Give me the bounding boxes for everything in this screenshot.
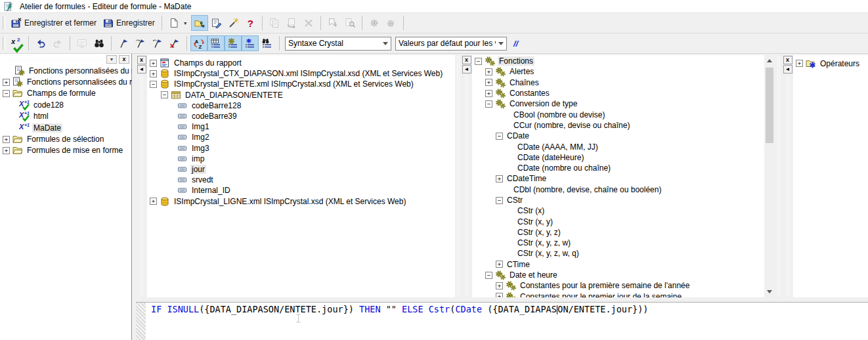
tree-item[interactable]: +Formules de mise en forme [0,145,131,156]
operator-tree-toggle-button[interactable] [242,35,259,51]
tree-item[interactable]: +Champs du rapport [147,58,455,68]
null-defaults-select[interactable]: Valeurs par défaut pour les va [395,37,507,51]
tree-item[interactable]: CBool (nombre ou devise) [472,109,764,119]
expand-toggle[interactable]: − [3,90,10,97]
expand-toggle[interactable]: + [485,79,492,86]
tree-item[interactable]: CStr (x, y, z) [472,227,764,238]
expand-toggle[interactable]: − [485,272,492,279]
fields-panel-close-button[interactable]: x [137,56,146,64]
expand-toggle[interactable]: + [485,68,492,75]
formula-editor[interactable]: IF ISNULL({DATA_DIAPASON/ENTETE.jour}) T… [136,302,868,340]
panel-gripper[interactable] [4,58,104,61]
expand-toggle[interactable]: + [496,175,503,182]
workshop-tree-toggle-button[interactable] [191,15,208,31]
tree-item[interactable]: +Constantes [472,88,764,98]
expand-toggle[interactable]: + [150,198,157,205]
tree-item[interactable]: X+1html [0,111,131,122]
save-button[interactable]: Enregistrer [100,15,158,31]
operators-panel-close-button[interactable]: x [783,56,792,64]
tree-item[interactable]: +Opérateurs [793,58,868,69]
operators-panel-splitter[interactable] [782,75,793,297]
rename-formula-button[interactable] [208,15,225,31]
expand-toggle[interactable]: + [150,70,157,77]
expand-toggle[interactable]: + [3,136,10,143]
expand-toggle[interactable]: − [475,58,482,65]
tree-item[interactable]: CDate (nombre ou chaîne) [472,163,764,173]
functions-panel-splitter[interactable] [461,75,472,297]
tree-item[interactable]: CStr (x) [472,205,764,216]
panel-close-button[interactable]: x [119,55,129,64]
save-close-button[interactable]: Enregistrer et fermer [8,15,100,31]
tree-item[interactable]: +CTime [472,259,764,270]
tree-item[interactable]: +Constantes pour la première semaine de … [472,280,764,291]
dropdown-arrow-icon[interactable]: ▼ [183,21,188,26]
formula-expert-button[interactable] [225,15,242,31]
tree-item[interactable]: −ISImpCrystal_ENTETE.xml ISImpCrystal.xs… [147,79,455,89]
clear-bookmarks-button[interactable] [166,35,183,51]
toggle-bookmark-button[interactable] [115,35,132,51]
tree-item[interactable]: X+1code128 [0,99,131,110]
panel-menu-button[interactable]: ▼ [106,55,117,64]
panel-splitter[interactable] [775,55,782,297]
scroll-down-arrow-icon[interactable] [764,287,775,297]
tree-item[interactable]: +ISImpCrystal_CTX_DIAPASON.xml ISImpCrys… [147,68,455,79]
horizontal-splitter[interactable] [136,297,868,302]
tree-item[interactable]: Img1 [147,121,455,132]
scrollbar-thumb[interactable] [766,68,773,143]
expand-toggle[interactable]: + [3,79,10,86]
expand-toggle[interactable]: + [150,60,157,67]
find-in-tree-button[interactable] [259,35,276,51]
field-tree-toggle-button[interactable] [207,35,225,51]
tree-item[interactable]: CDbl (nombre, devise, chaîne ou booléen) [472,184,764,195]
expand-toggle[interactable]: + [496,261,503,268]
tree-item[interactable]: −Fonctions [472,56,764,66]
tree-item[interactable]: jour [147,164,455,175]
functions-panel-collapse-button[interactable]: ◄ [462,65,471,74]
tree-item[interactable]: imp [147,154,455,164]
next-bookmark-button[interactable] [132,35,149,51]
expand-toggle[interactable]: + [3,147,10,154]
check-syntax-button[interactable]: x2 [8,35,25,51]
scrollbar-track[interactable] [764,65,775,287]
tree-item[interactable]: +CDateTime [472,173,764,184]
expand-toggle[interactable]: − [150,81,157,88]
help-button[interactable]: ? [242,15,259,32]
formula-text[interactable]: IF ISNULL({DATA_DIAPASON/ENTETE.jour}) T… [146,303,648,340]
expand-toggle[interactable]: + [496,282,503,289]
syntax-select[interactable]: Syntaxe Crystal [285,37,391,51]
fields-panel-splitter[interactable] [136,75,147,297]
tree-item[interactable]: codeBarre39 [147,111,455,121]
tree-item[interactable]: +Alertes [472,66,764,77]
tree-item[interactable]: Img3 [147,143,455,154]
tree-item[interactable]: Fonctions personnalisées du rap [0,65,131,76]
tree-item[interactable]: −DATA_DIAPASON/ENTETE [147,90,455,100]
tree-item[interactable]: −Champs de formule [0,88,131,99]
scroll-up-arrow-icon[interactable] [764,55,775,65]
panel-splitter[interactable] [455,55,461,297]
tree-item[interactable]: +Chaînes [472,77,764,88]
tree-item[interactable]: −CStr [472,195,764,205]
tree-item[interactable]: −Conversion de type [472,98,764,109]
tree-item[interactable]: CCur (nombre, devise ou chaîne) [472,120,764,131]
tree-item[interactable]: +Fonctions personnalisées du réfé [0,76,131,87]
operators-panel-collapse-button[interactable]: ◄ [783,65,792,74]
tree-item[interactable]: −Date et heure [472,270,764,280]
tree-item[interactable]: srvedt [147,175,455,185]
tree-item[interactable]: CDate (dateHeure) [472,152,764,163]
toolbar-gripper[interactable] [3,16,5,30]
prev-bookmark-button[interactable] [149,35,166,51]
comment-button[interactable]: // [509,36,523,51]
tree-item[interactable]: CStr (x, y) [472,216,764,226]
sort-trees-toggle-button[interactable]: AZ [190,35,207,51]
expand-toggle[interactable]: − [161,91,168,98]
new-formula-button[interactable]: ▼ [165,15,191,31]
find-button[interactable] [91,35,108,51]
expand-toggle[interactable]: − [485,100,492,108]
undo-button[interactable] [32,35,49,51]
tree-item[interactable]: X+1MaDate [0,122,131,133]
tree-item[interactable]: +Constantes pour le premier jour de la s… [472,291,764,297]
tree-item[interactable]: codeBarre128 [147,100,455,111]
expand-toggle[interactable]: + [496,293,503,297]
tree-item[interactable]: Internal_ID [147,185,455,196]
functions-scrollbar[interactable] [764,55,775,297]
